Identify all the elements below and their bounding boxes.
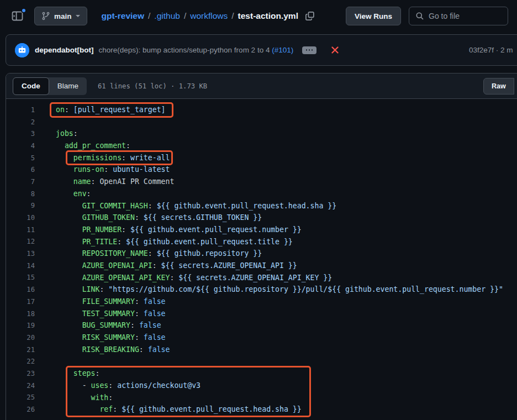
copy-path-button[interactable] [305,11,315,21]
file-meta-info: 61 lines (51 loc) · 1.73 KB [98,82,207,90]
code-line: 23 steps: [6,368,517,380]
line-number[interactable]: 21 [6,346,35,354]
line-number[interactable]: 22 [6,358,35,365]
line-number[interactable]: 20 [6,334,35,342]
code-line: 2 [6,116,517,128]
tab-code[interactable]: Code [13,77,49,95]
code-line: 26 ref: ${{ github.event.pull_request.he… [6,403,517,416]
line-number[interactable]: 15 [6,274,35,281]
line-number[interactable]: 26 [6,406,35,413]
code-line-content: GITHUB_TOKEN: ${{ secrets.GITHUB_TOKEN }… [35,212,262,224]
top-header: main gpt-review / .github / workflows / … [0,0,517,32]
code-line: 6 runs-on: ubuntu-latest [6,164,517,176]
code-line: 8 env: [6,188,517,200]
search-icon [415,12,424,20]
line-number[interactable]: 4 [6,142,35,150]
line-number[interactable]: 8 [6,190,35,198]
line-number[interactable]: 24 [6,382,35,390]
latest-commit-bar: dependabot[bot] chore(deps): bump action… [6,34,517,66]
commit-ellipsis-button[interactable] [302,46,316,54]
line-number[interactable]: 14 [6,262,35,270]
tab-blame[interactable]: Blame [49,77,87,95]
code-line: 5 permissions: write-all [6,152,517,164]
line-number[interactable]: 17 [6,298,35,306]
code-line-content: env: [35,188,91,200]
breadcrumb-dir-github-link[interactable]: .github [154,11,180,21]
code-line: 12 PR_TITLE: ${{ github.event.pull_reque… [6,236,517,248]
code-line: 13 REPOSITORY_NAME: ${{ github.repositor… [6,248,517,260]
code-line-content: permissions: write-all [35,152,170,164]
code-line: 21 RISK_BREAKING: false [6,344,517,356]
commit-message-text: chore(deps): bump actions/setup-python f… [98,46,272,54]
line-number[interactable]: 5 [6,154,35,162]
code-line: 9 GIT_COMMIT_HASH: ${{ github.event.pull… [6,200,517,212]
code-line: 15 AZURE_OPENAI_API_KEY: ${{ secrets.AZU… [6,272,517,284]
line-number[interactable]: 6 [6,166,35,174]
code-line-content: name: OpenAI PR Comment [35,176,174,188]
code-line-content: add_pr_comment: [35,140,130,152]
file-header: Code Blame 61 lines (51 loc) · 1.73 KB R… [6,74,517,99]
line-number[interactable]: 18 [6,310,35,318]
raw-button[interactable]: Raw [483,78,514,95]
line-number[interactable]: 1 [6,106,35,114]
code-line-content: GIT_COMMIT_HASH: ${{ github.event.pull_r… [35,200,336,212]
code-body: 1on: [pull_request_target]23jobs:4 add_p… [6,99,517,416]
line-number[interactable]: 11 [6,226,35,234]
code-line-content: - uses: actions/checkout@v3 [35,380,201,392]
breadcrumb: gpt-review / .github / workflows / test-… [102,11,315,21]
code-blame-switcher: Code Blame [13,77,87,95]
goto-file-placeholder: Go to file [429,12,460,20]
dependabot-icon [15,43,29,57]
line-number[interactable]: 7 [6,178,35,186]
file-tree-toggle-button[interactable] [9,7,27,25]
code-line: 24 - uses: actions/checkout@v3 [6,380,517,392]
chevron-down-icon [76,15,80,17]
line-number[interactable]: 16 [6,286,35,293]
code-line-content: RISK_SUMMARY: false [35,332,166,344]
line-number[interactable]: 9 [6,202,35,209]
line-number[interactable]: 19 [6,322,35,329]
breadcrumb-separator: / [180,11,190,21]
git-branch-icon [41,12,50,20]
code-line-content: jobs: [35,128,78,140]
breadcrumb-repo-link[interactable]: gpt-review [102,11,145,21]
view-runs-button[interactable]: View Runs [346,7,401,25]
code-line: 20 RISK_SUMMARY: false [6,332,517,344]
code-line-content: REPOSITORY_NAME: ${{ github.repository }… [35,248,262,260]
code-line-content: on: [pull_request_target] [35,104,166,116]
code-line-content: with: [35,392,113,404]
avatar[interactable] [15,43,29,57]
file-content-panel: Code Blame 61 lines (51 loc) · 1.73 KB R… [6,73,517,420]
code-line: 18 TEST_SUMMARY: false [6,308,517,320]
code-line-content: runs-on: ubuntu-latest [35,164,170,176]
code-line-content: ref: ${{ github.event.pull_request.head.… [35,403,302,416]
commit-hash-and-age[interactable]: 03f2e7f · 2 m [469,46,513,54]
line-number[interactable]: 10 [6,214,35,222]
code-line: 10 GITHUB_TOKEN: ${{ secrets.GITHUB_TOKE… [6,212,517,224]
goto-file-search[interactable]: Go to file [409,7,508,25]
breadcrumb-dir-workflows-link[interactable]: workflows [190,11,228,21]
code-line-content: TEST_SUMMARY: false [35,308,166,320]
code-line: 17 FILE_SUMMARY: false [6,296,517,308]
code-line-content: BUG_SUMMARY: false [35,319,161,332]
check-failed-icon[interactable] [331,46,339,54]
code-line: 19 BUG_SUMMARY: false [6,319,517,332]
line-number[interactable]: 25 [6,393,35,401]
pr-number-link[interactable]: (#101) [272,46,293,54]
code-line-content: LINK: "https://github.com/${{ github.rep… [35,284,503,296]
branch-selector[interactable]: main [34,7,87,25]
line-number[interactable]: 13 [6,250,35,258]
commit-author[interactable]: dependabot[bot] [35,46,93,54]
code-line-content: AZURE_OPENAI_API_KEY: ${{ secrets.AZURE_… [35,272,332,284]
code-line: 11 PR_NUMBER: ${{ github.event.pull_requ… [6,224,517,236]
line-number[interactable]: 23 [6,370,35,377]
notification-dot [21,8,27,13]
code-line-content: steps: [35,368,99,380]
commit-message: chore(deps): bump actions/setup-python f… [98,46,293,54]
line-number[interactable]: 3 [6,130,35,138]
breadcrumb-file-name: test-action.yml [238,11,298,21]
line-number[interactable]: 2 [6,118,35,126]
line-number[interactable]: 12 [6,238,35,245]
breadcrumb-separator: / [228,11,238,21]
code-line: 4 add_pr_comment: [6,140,517,152]
